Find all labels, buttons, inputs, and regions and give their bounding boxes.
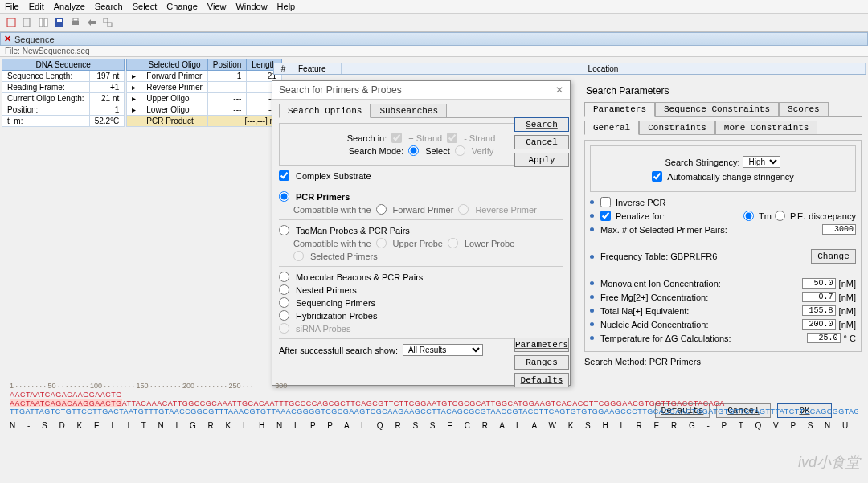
mono-input[interactable] <box>802 278 836 289</box>
close-icon[interactable]: ✕ <box>555 84 563 96</box>
table-row[interactable]: ▸Reverse Primer------ <box>127 82 282 93</box>
mg-label: Free Mg[2+] Concentration: <box>600 293 708 302</box>
col-position: Position <box>207 59 247 71</box>
col-location: Location <box>342 63 866 74</box>
sirna-probes-radio <box>279 323 289 334</box>
menu-edit[interactable]: Edit <box>29 2 44 11</box>
apply-button[interactable]: Apply <box>514 153 569 167</box>
after-search-select[interactable]: All Results <box>403 344 483 356</box>
selected-primers-radio <box>293 251 304 261</box>
maxpairs-input[interactable] <box>822 224 856 235</box>
ranges-button[interactable]: Ranges <box>514 355 569 370</box>
toolbar-icon-3[interactable] <box>37 16 50 29</box>
change-button[interactable]: Change <box>811 249 856 264</box>
dna-sequence-table: DNA Sequence Sequence Length:197 nt Read… <box>2 59 125 127</box>
menu-window[interactable]: Window <box>235 2 267 11</box>
mode-select-radio[interactable] <box>408 145 419 156</box>
na-input[interactable] <box>802 305 836 316</box>
menu-change[interactable]: Change <box>166 2 198 11</box>
menu-search[interactable]: Search <box>95 2 123 11</box>
subtab-general[interactable]: General <box>584 121 639 135</box>
temp-label: Temperature for ΔG Calculations: <box>600 334 731 343</box>
doc-title: Sequence <box>14 35 55 44</box>
molecular-beacons-radio[interactable] <box>279 272 289 282</box>
lower-probe-radio <box>448 238 458 248</box>
nested-primers-radio[interactable] <box>279 284 289 295</box>
panel-title: Search Parameters <box>586 85 862 96</box>
search-button[interactable]: Search <box>514 117 569 132</box>
dna-table-header: DNA Sequence <box>2 59 125 71</box>
menu-view[interactable]: View <box>207 2 227 11</box>
seq-highlight: AACTAATCAGACAAGGAACTG <box>10 399 122 407</box>
tab-search-options[interactable]: Search Options <box>279 104 371 118</box>
col-num: # <box>274 63 293 74</box>
toolbar-icon-7[interactable] <box>101 16 114 29</box>
ruler: 1 · · · · · · · · 50 · · · · · · · · 100… <box>10 382 858 391</box>
sequence-view[interactable]: 1 · · · · · · · · 50 · · · · · · · · 100… <box>10 382 858 431</box>
pe-radio[interactable] <box>775 211 785 221</box>
close-doc-icon[interactable]: ✕ <box>4 34 11 44</box>
toolbar-icon-1[interactable] <box>5 16 18 29</box>
compat-fwd-radio[interactable] <box>376 204 387 215</box>
subtab-constraints[interactable]: Constraints <box>639 121 715 135</box>
complex-substrate-check[interactable] <box>279 170 289 181</box>
toolbar-icon-6[interactable] <box>85 16 98 29</box>
seq-tail: TCTAGTTTATCTTCCAGCGGTAGTATTCGCCTCTTCTTCT… <box>739 407 858 415</box>
table-row[interactable]: PCR Product[---,---] nt <box>127 116 282 127</box>
auto-stringency-check[interactable] <box>652 171 662 182</box>
subtab-more[interactable]: More Constraints <box>715 121 818 135</box>
toolbar <box>0 14 868 32</box>
cancel-button[interactable]: Cancel <box>514 135 569 149</box>
plus-strand-check <box>391 133 402 143</box>
selected-oligo-table: Selected Oligo Position Length ▸Forward … <box>126 59 282 127</box>
tm-radio[interactable] <box>743 211 754 221</box>
stringency-select[interactable]: High <box>743 156 780 168</box>
menu-select[interactable]: Select <box>133 2 158 11</box>
pcr-primers-radio[interactable] <box>279 191 289 202</box>
tab-seq-constraints[interactable]: Sequence Constraints <box>655 102 779 117</box>
search-in-label: Search in: <box>347 133 387 143</box>
tab-scores[interactable]: Scores <box>779 102 829 117</box>
oligo-len-value: 21 nt <box>89 93 125 104</box>
menu-analyze[interactable]: Analyze <box>54 2 85 11</box>
sequencing-primers-radio[interactable] <box>279 297 289 308</box>
inverse-pcr-check[interactable] <box>600 197 611 207</box>
menu-help[interactable]: Help <box>277 2 296 11</box>
oligo-len-label: Current Oligo Length: <box>2 93 90 104</box>
pos-label: Position: <box>2 104 90 116</box>
mode-verify-radio <box>455 145 465 156</box>
tm-label: t_m: <box>2 116 90 127</box>
temp-input[interactable] <box>807 333 841 343</box>
table-row[interactable]: ▸Forward Primer121 <box>127 71 282 82</box>
nucleic-input[interactable] <box>802 319 836 330</box>
toolbar-icon-2[interactable] <box>21 16 34 29</box>
sequence-window-titlebar: ✕ Sequence <box>0 32 868 46</box>
svg-rect-9 <box>108 23 112 27</box>
mg-input[interactable] <box>802 292 836 302</box>
table-row[interactable]: ▸Upper Oligo------ <box>127 93 282 104</box>
na-label: Total Na[+] Equivalent: <box>600 306 689 316</box>
penalize-check[interactable] <box>600 211 611 221</box>
save-icon[interactable] <box>53 16 66 29</box>
minus-strand-check <box>447 133 457 143</box>
svg-rect-6 <box>72 21 79 25</box>
dialog-title: Search for Primers & Probes <box>279 84 402 96</box>
seq-line2-pre: TTGATTAGTCTGTTCCTTGAC <box>10 407 119 415</box>
table-row[interactable]: ▸Lower Oligo------ <box>127 104 282 116</box>
frame-value: +1 <box>89 82 125 93</box>
menu-file[interactable]: File <box>5 2 19 11</box>
nucleic-label: Nucleic Acid Concentration: <box>600 320 709 330</box>
svg-rect-3 <box>44 18 47 27</box>
parameters-button[interactable]: Parameters <box>514 338 569 352</box>
taqman-radio[interactable] <box>279 225 289 235</box>
tab-subsearches[interactable]: Subsearches <box>371 104 447 118</box>
compat-rev-radio <box>458 204 469 215</box>
feature-table-header: # Feature Location <box>273 63 866 75</box>
print-icon[interactable] <box>69 16 82 29</box>
after-search-label: After successfull search show: <box>279 346 398 355</box>
svg-rect-5 <box>57 19 62 22</box>
tab-parameters[interactable]: Parameters <box>584 102 655 117</box>
hybridization-probes-radio[interactable] <box>279 310 289 321</box>
maxpairs-label: Max. # of Selected Primer Pairs: <box>600 225 727 235</box>
seq-len-label: Sequence Length: <box>2 71 90 82</box>
